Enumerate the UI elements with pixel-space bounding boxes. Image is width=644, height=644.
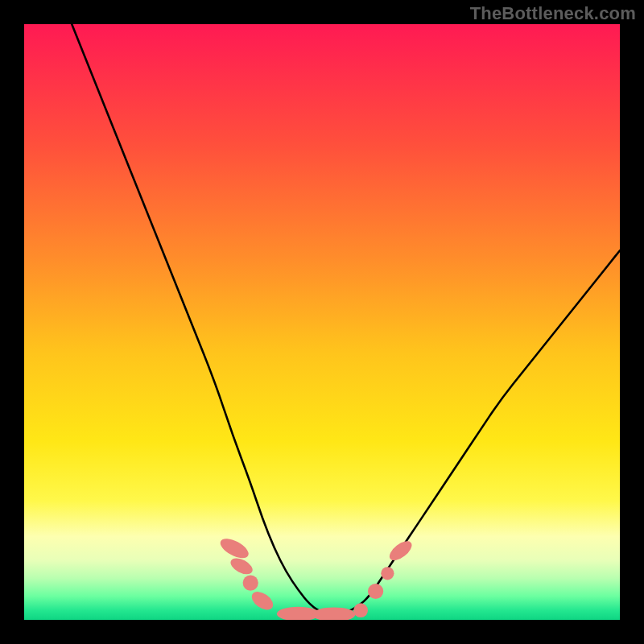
curve-markers [217, 535, 415, 620]
marker-dot [243, 576, 258, 591]
watermark-text: TheBottleneck.com [470, 3, 636, 24]
marker-oblong [249, 588, 276, 614]
marker-dot [368, 584, 383, 599]
marker-oblong [312, 607, 355, 620]
chart-svg [24, 24, 620, 620]
marker-oblong [386, 538, 415, 564]
marker-dot [381, 567, 394, 580]
marker-dot [353, 603, 368, 617]
marker-oblong [217, 535, 251, 562]
marker-oblong [228, 555, 255, 577]
plot-area [24, 24, 620, 620]
bottleneck-curve [72, 24, 620, 613]
stage: TheBottleneck.com [0, 0, 644, 644]
